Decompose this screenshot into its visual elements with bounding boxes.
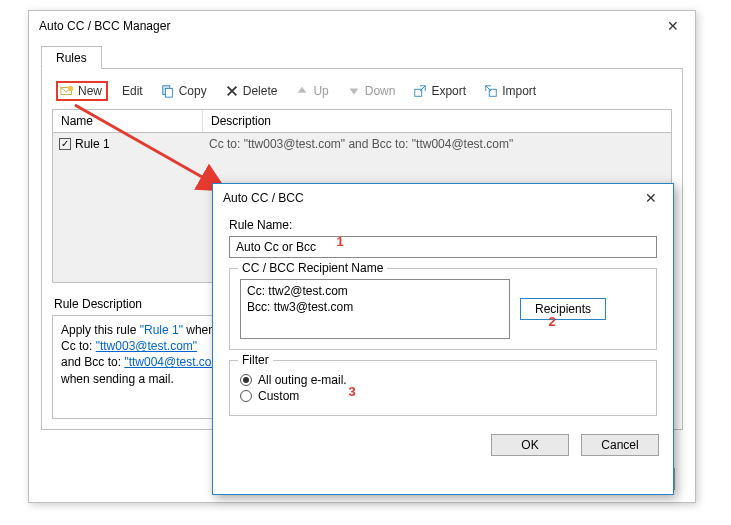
radio-icon	[240, 374, 252, 386]
recipients-button[interactable]: Recipients	[520, 298, 606, 320]
modal-button-row: OK Cancel	[213, 426, 673, 456]
recipients-area: Cc: ttw2@test.com Bcc: ttw3@test.com Rec…	[240, 279, 646, 339]
main-title: Auto CC / BCC Manager	[39, 19, 661, 33]
filter-all-radio-row[interactable]: All outing e-mail.	[240, 373, 646, 387]
modal-ok-button[interactable]: OK	[491, 434, 569, 456]
desc-cc-link[interactable]: "ttw003@test.com"	[96, 339, 197, 353]
delete-icon	[225, 84, 239, 98]
modal-body: Rule Name: CC / BCC Recipient Name Cc: t…	[213, 212, 673, 426]
filter-group: Filter All outing e-mail. Custom	[229, 360, 657, 416]
copy-button[interactable]: Copy	[157, 82, 211, 100]
desc-bcc-link[interactable]: "ttw004@test.com"	[124, 355, 225, 369]
modal-title: Auto CC / BCC	[223, 191, 639, 205]
copy-label: Copy	[179, 84, 207, 98]
grid-header: Name Description	[52, 109, 672, 133]
tab-rules[interactable]: Rules	[41, 46, 102, 69]
up-button[interactable]: Up	[291, 82, 332, 100]
import-label: Import	[502, 84, 536, 98]
export-button[interactable]: Export	[409, 82, 470, 100]
row-name-cell: ✓ Rule 1	[53, 133, 203, 155]
filter-group-title: Filter	[238, 353, 273, 367]
col-desc-header[interactable]: Description	[203, 110, 671, 132]
rule-name-input[interactable]	[229, 236, 657, 258]
export-label: Export	[431, 84, 466, 98]
delete-button[interactable]: Delete	[221, 82, 282, 100]
export-icon	[413, 84, 427, 98]
desc-bcc-pre: and Bcc to:	[61, 355, 124, 369]
row-checkbox[interactable]: ✓	[59, 138, 71, 150]
import-button[interactable]: Import	[480, 82, 540, 100]
radio-icon	[240, 390, 252, 402]
recipients-group-title: CC / BCC Recipient Name	[238, 261, 387, 275]
down-label: Down	[365, 84, 396, 98]
delete-label: Delete	[243, 84, 278, 98]
envelope-new-icon	[60, 84, 74, 98]
down-button[interactable]: Down	[343, 82, 400, 100]
up-arrow-icon	[295, 84, 309, 98]
tabstrip: Rules	[29, 41, 695, 68]
modal-close-icon[interactable]: ✕	[639, 188, 663, 208]
auto-cc-bcc-dialog: Auto CC / BCC ✕ Rule Name: CC / BCC Reci…	[212, 183, 674, 495]
modal-cancel-button[interactable]: Cancel	[581, 434, 659, 456]
new-button[interactable]: New	[56, 81, 108, 101]
main-titlebar: Auto CC / BCC Manager ✕	[29, 11, 695, 41]
up-label: Up	[313, 84, 328, 98]
copy-icon	[161, 84, 175, 98]
import-icon	[484, 84, 498, 98]
filter-custom-label: Custom	[258, 389, 299, 403]
edit-label: Edit	[122, 84, 143, 98]
down-arrow-icon	[347, 84, 361, 98]
new-label: New	[78, 84, 102, 98]
desc-pre: Apply this rule	[61, 323, 140, 337]
svg-point-1	[68, 86, 73, 91]
row-desc-cell: Cc to: "ttw003@test.com" and Bcc to: "tt…	[203, 133, 671, 155]
row-name-text: Rule 1	[75, 137, 110, 151]
close-icon[interactable]: ✕	[661, 16, 685, 36]
filter-custom-radio-row[interactable]: Custom	[240, 389, 646, 403]
edit-button[interactable]: Edit	[118, 82, 147, 100]
toolbar: New Edit Copy Delete Up Down	[52, 79, 672, 109]
modal-titlebar: Auto CC / BCC ✕	[213, 184, 673, 212]
recipients-textarea[interactable]: Cc: ttw2@test.com Bcc: ttw3@test.com	[240, 279, 510, 339]
svg-rect-3	[165, 88, 172, 97]
col-name-header[interactable]: Name	[53, 110, 203, 132]
desc-cc-pre: Cc to:	[61, 339, 96, 353]
recipients-group: CC / BCC Recipient Name Cc: ttw2@test.co…	[229, 268, 657, 350]
desc-rule-link[interactable]: "Rule 1"	[140, 323, 183, 337]
desc-tail: when sending a mail.	[61, 372, 174, 386]
filter-all-label: All outing e-mail.	[258, 373, 347, 387]
rule-name-label: Rule Name:	[229, 218, 657, 232]
